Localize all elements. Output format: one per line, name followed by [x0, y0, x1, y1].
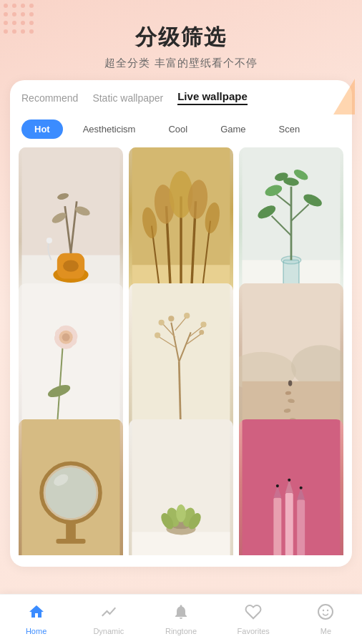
wallpaper-item-4[interactable]: ▶: [19, 283, 123, 440]
svg-point-26: [47, 238, 52, 243]
home-icon: [28, 603, 45, 625]
nav-home[interactable]: Home: [0, 603, 72, 635]
svg-point-78: [200, 321, 206, 327]
svg-point-103: [176, 504, 186, 522]
bottom-nav: Home Dynamic Ringtone Favorites: [0, 594, 362, 644]
svg-point-5: [12, 12, 16, 16]
wallpaper-img-3: [239, 147, 343, 304]
svg-rect-109: [297, 499, 305, 555]
wallpaper-img-9: [239, 419, 343, 555]
svg-point-20: [63, 260, 79, 271]
wallpaper-item-7[interactable]: ▶: [19, 419, 123, 555]
wallpaper-item-1[interactable]: ▶: [19, 147, 123, 304]
wallpaper-img-2: [129, 147, 233, 304]
dots-decoration: [0, 0, 57, 57]
svg-point-1: [12, 4, 16, 8]
tab-recommend[interactable]: Recommend: [21, 92, 78, 104]
chip-cool[interactable]: Cool: [155, 119, 200, 139]
svg-point-4: [4, 12, 8, 16]
main-card: Recommend Static wallpaper Live wallpape…: [10, 80, 352, 567]
chip-row: Hot Aestheticism Cool Game Scen: [19, 114, 343, 147]
wallpaper-item-3[interactable]: ▶: [239, 147, 343, 304]
nav-favorites-label: Favorites: [238, 627, 270, 635]
me-icon: [317, 603, 334, 625]
chip-scene[interactable]: Scen: [266, 119, 313, 139]
svg-point-14: [21, 29, 25, 34]
wallpaper-img-1: [19, 147, 123, 304]
triangle-decoration: [333, 79, 355, 114]
nav-me[interactable]: Me: [290, 603, 362, 635]
svg-point-118: [327, 610, 328, 611]
nav-home-label: Home: [26, 627, 47, 635]
page-title: 分级筛选: [11, 23, 351, 52]
wallpaper-img-6: [239, 283, 343, 440]
svg-rect-96: [56, 539, 85, 544]
svg-point-113: [276, 484, 279, 487]
nav-ringtone-label: Ringtone: [165, 627, 197, 635]
chip-game[interactable]: Game: [207, 119, 258, 139]
wallpaper-img-8: [129, 419, 233, 555]
chip-hot[interactable]: Hot: [21, 119, 63, 139]
svg-point-117: [323, 610, 324, 611]
svg-point-9: [12, 21, 16, 25]
svg-point-64: [62, 333, 70, 341]
svg-rect-98: [132, 532, 230, 555]
chip-aestheticism[interactable]: Aestheticism: [70, 119, 149, 139]
svg-point-116: [318, 605, 333, 619]
wallpaper-img-4: [19, 283, 123, 440]
page-subtitle: 超全分类 丰富的壁纸看个不停: [11, 57, 351, 70]
wallpaper-item-5[interactable]: ▶: [129, 283, 233, 440]
nav-dynamic-label: Dynamic: [93, 627, 124, 635]
svg-point-74: [155, 332, 160, 338]
svg-point-0: [4, 4, 8, 8]
svg-point-2: [21, 4, 25, 8]
svg-rect-95: [66, 522, 76, 542]
wallpaper-item-8[interactable]: ▶: [129, 419, 233, 555]
svg-point-75: [159, 320, 165, 326]
svg-point-115: [300, 487, 303, 489]
svg-point-13: [12, 29, 16, 34]
svg-point-6: [21, 12, 25, 16]
svg-point-77: [168, 316, 174, 321]
tab-live[interactable]: Live wallpape: [177, 90, 248, 105]
svg-point-76: [184, 313, 190, 318]
dynamic-icon: [100, 603, 117, 625]
wallpaper-item-9[interactable]: ▶: [239, 419, 343, 555]
tab-static[interactable]: Static wallpaper: [92, 92, 163, 104]
svg-point-93: [45, 467, 96, 518]
nav-me-label: Me: [321, 627, 331, 635]
wallpaper-item-6[interactable]: ▶: [239, 283, 343, 440]
svg-rect-107: [273, 498, 281, 556]
svg-rect-108: [285, 493, 293, 555]
ringtone-icon: [172, 603, 190, 625]
wallpaper-grid: ▶: [19, 147, 343, 555]
svg-point-15: [29, 29, 34, 34]
svg-point-114: [288, 479, 290, 482]
svg-point-79: [199, 330, 204, 335]
favorites-icon: [245, 603, 262, 625]
svg-point-12: [4, 29, 8, 34]
svg-point-7: [29, 12, 34, 16]
svg-point-10: [21, 21, 25, 25]
nav-dynamic[interactable]: Dynamic: [72, 603, 145, 635]
svg-rect-53: [22, 283, 120, 440]
svg-point-8: [4, 21, 8, 25]
svg-point-3: [29, 4, 34, 8]
nav-ringtone[interactable]: Ringtone: [145, 603, 217, 635]
wallpaper-item-2[interactable]: ▶: [129, 147, 233, 304]
nav-favorites[interactable]: Favorites: [217, 603, 290, 635]
wallpaper-img-5: [129, 283, 233, 440]
tab-row: Recommend Static wallpaper Live wallpape: [19, 90, 343, 114]
svg-point-11: [29, 21, 34, 25]
wallpaper-img-7: [19, 419, 123, 555]
svg-point-89: [288, 381, 292, 386]
